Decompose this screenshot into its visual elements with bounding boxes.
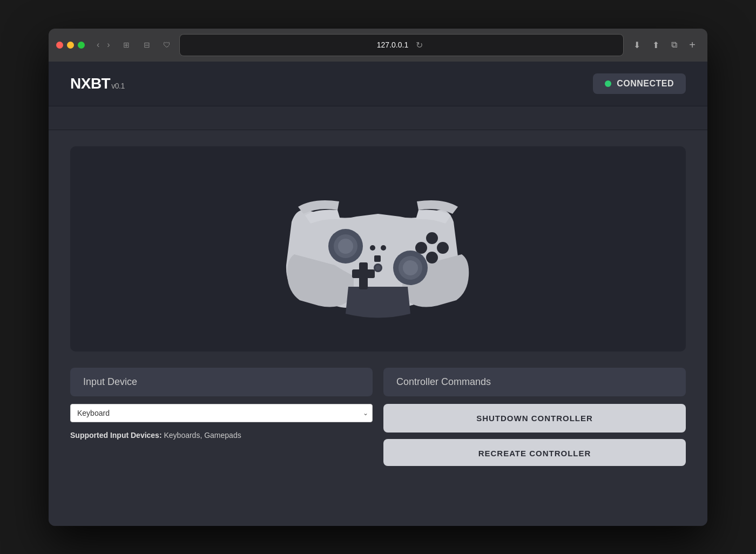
controller-image bbox=[265, 168, 491, 330]
browser-window: ‹ › ⊞ ⊟ 🛡 127.0.0.1 ↻ ⬇ ⬆ ⧉ + NXBTv0.1 bbox=[49, 29, 707, 526]
back-button[interactable]: ‹ bbox=[93, 38, 103, 52]
device-select[interactable]: Keyboard Gamepad bbox=[70, 404, 373, 422]
app-version: v0.1 bbox=[111, 82, 124, 90]
device-select-wrapper: Keyboard Gamepad ⌄ bbox=[70, 404, 373, 422]
svg-point-14 bbox=[403, 260, 418, 275]
svg-rect-7 bbox=[374, 255, 381, 262]
address-bar-container: 127.0.0.1 ↻ bbox=[179, 34, 624, 56]
shield-icon-button[interactable]: 🛡 bbox=[160, 38, 174, 51]
input-device-panel: Input Device Keyboard Gamepad ⌄ Supporte… bbox=[70, 368, 373, 472]
minimize-button[interactable] bbox=[67, 42, 74, 49]
app-logo: NXBTv0.1 bbox=[70, 75, 125, 92]
input-device-header: Input Device bbox=[70, 368, 373, 396]
svg-point-11 bbox=[437, 242, 449, 254]
url-text: 127.0.0.1 bbox=[377, 40, 408, 49]
svg-rect-4 bbox=[352, 269, 375, 278]
svg-point-5 bbox=[370, 245, 375, 251]
recreate-controller-button[interactable]: RECREATE CONTROLLER bbox=[383, 439, 686, 466]
svg-point-9 bbox=[426, 232, 438, 244]
connected-label: CONNECTED bbox=[617, 79, 674, 89]
toolbar-right: ⬇ ⬆ ⧉ + bbox=[629, 38, 700, 52]
svg-point-10 bbox=[426, 252, 438, 264]
traffic-lights bbox=[56, 42, 85, 49]
shutdown-controller-button[interactable]: SHUTDOWN CONTROLLER bbox=[383, 404, 686, 433]
nav-buttons: ‹ › bbox=[93, 38, 113, 52]
controller-commands-header: Controller Commands bbox=[383, 368, 686, 396]
bottom-controls: Input Device Keyboard Gamepad ⌄ Supporte… bbox=[70, 368, 686, 472]
app-content: NXBTv0.1 CONNECTED bbox=[49, 62, 707, 526]
svg-point-16 bbox=[375, 265, 381, 271]
svg-point-2 bbox=[338, 239, 353, 254]
supported-value: Keyboards, Gamepads bbox=[164, 431, 241, 440]
browser-titlebar: ‹ › ⊞ ⊟ 🛡 127.0.0.1 ↻ ⬇ ⬆ ⧉ + bbox=[49, 29, 707, 62]
close-button[interactable] bbox=[56, 42, 63, 49]
sidebar-toggle-button[interactable]: ⊞ bbox=[119, 38, 134, 51]
supported-devices-text: Supported Input Devices: Keyboards, Game… bbox=[70, 429, 373, 442]
refresh-button[interactable]: ↻ bbox=[413, 38, 426, 52]
app-title: NXBT bbox=[70, 75, 110, 92]
input-device-label: Input Device bbox=[83, 376, 137, 387]
controller-svg bbox=[265, 168, 491, 330]
address-bar[interactable]: 127.0.0.1 ↻ bbox=[179, 34, 624, 56]
supported-label: Supported Input Devices: bbox=[70, 431, 162, 440]
download-button[interactable]: ⬇ bbox=[629, 38, 645, 52]
tabs-button[interactable]: ⧉ bbox=[667, 38, 681, 52]
connected-dot bbox=[605, 80, 611, 87]
svg-point-6 bbox=[381, 245, 386, 251]
connected-badge: CONNECTED bbox=[593, 73, 686, 94]
controller-area bbox=[70, 146, 686, 352]
share-button[interactable]: ⬆ bbox=[648, 38, 664, 52]
forward-button[interactable]: › bbox=[104, 38, 113, 52]
controller-commands-panel: Controller Commands SHUTDOWN CONTROLLER … bbox=[383, 368, 686, 472]
maximize-button[interactable] bbox=[78, 42, 85, 49]
app-header: NXBTv0.1 CONNECTED bbox=[49, 62, 707, 106]
nav-strip bbox=[49, 106, 707, 130]
controller-commands-label: Controller Commands bbox=[396, 376, 491, 387]
add-tab-button[interactable]: + bbox=[685, 38, 700, 52]
grid-button[interactable]: ⊟ bbox=[139, 38, 154, 51]
